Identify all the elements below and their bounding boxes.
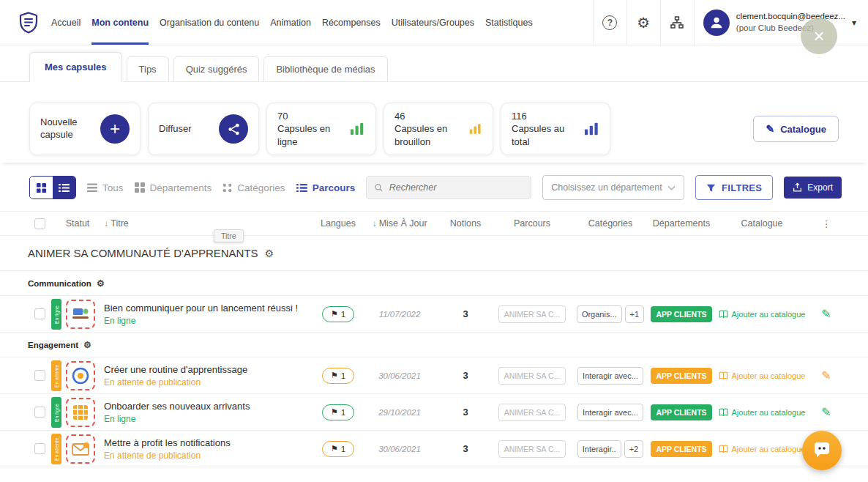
row-checkbox[interactable] — [34, 370, 45, 381]
filter-parcours-label: Parcours — [313, 182, 356, 193]
nav-item-mon-contenu[interactable]: Mon contenu — [91, 0, 149, 45]
nav-item-utilisateurs[interactable]: Utilisateurs/Groupes — [392, 0, 474, 45]
group-header-communication: Communication ⚙ — [0, 271, 868, 296]
col-departements[interactable]: Départements — [648, 218, 714, 229]
main-nav: Accueil Mon contenu Organisation du cont… — [51, 0, 533, 45]
capsule-thumbnail[interactable] — [66, 398, 95, 427]
parcours-chip[interactable]: ANIMER SA C... — [498, 404, 566, 421]
list-view-button[interactable] — [53, 177, 75, 199]
add-capsule-button[interactable]: + — [100, 114, 130, 144]
new-capsule-card[interactable]: Nouvelle capsule + — [29, 103, 141, 155]
stat-draft-count: 46 — [394, 111, 405, 122]
capsule-thumbnail[interactable] — [66, 361, 95, 390]
filter-departements-label: Départements — [150, 182, 212, 193]
export-button[interactable]: Export — [784, 177, 842, 199]
stat-total-text: 116 Capsules au total — [512, 110, 577, 149]
chat-fab-button[interactable] — [802, 431, 842, 470]
bar-chart-yellow-icon — [469, 122, 482, 136]
help-button[interactable]: ? — [593, 0, 626, 45]
beedeez-logo[interactable] — [19, 0, 38, 45]
category-more-chip[interactable]: +2 — [624, 440, 644, 458]
parcours-chip[interactable]: ANIMER SA C... — [498, 440, 566, 458]
capsule-thumbnail[interactable] — [66, 434, 95, 464]
edit-icon[interactable]: ✎ — [809, 405, 843, 419]
stat-online-count: 70 — [277, 111, 288, 122]
catalogue-button[interactable]: ✎ Catalogue — [753, 116, 839, 142]
group-header-engagement: Engagement ⚙ — [0, 333, 868, 357]
nav-item-organisation[interactable]: Organisation du contenu — [160, 0, 259, 45]
capsule-title[interactable]: Mettre à profit les notifications — [104, 437, 309, 448]
stat-draft-text: 46 Capsules en brouillon — [394, 110, 462, 149]
category-chip[interactable]: Organis... — [577, 305, 622, 323]
capsule-thumbnail[interactable] — [66, 300, 95, 329]
settings-button[interactable]: ⚙ — [626, 0, 660, 45]
search-input[interactable] — [389, 182, 523, 193]
user-menu[interactable]: clement.bocquin@beedeez... (pour Club Be… — [694, 0, 868, 45]
diffuser-card[interactable]: Diffuser — [148, 103, 259, 155]
col-statut[interactable]: Statut — [51, 218, 104, 229]
category-more-chip[interactable]: +1 — [625, 305, 645, 323]
department-badge: APP CLIENTS — [651, 306, 711, 322]
table-header: Statut ↓Titre Langues ↓Mise À Jour Notio… — [0, 211, 868, 236]
col-catalogue[interactable]: Catalogue — [714, 218, 809, 229]
col-titre[interactable]: ↓Titre — [104, 218, 316, 229]
group-gear-icon[interactable]: ⚙ — [83, 340, 91, 350]
tab-tips[interactable]: Tips — [127, 56, 169, 82]
col-langues[interactable]: Langues — [316, 218, 360, 229]
status-badge: En attente — [51, 360, 61, 391]
col-categories[interactable]: Catégories — [572, 218, 648, 229]
department-select[interactable]: Choisissez un département — [542, 175, 684, 200]
diffuser-label: Diffuser — [159, 123, 192, 136]
catalogue-button-label: Catalogue — [780, 124, 826, 135]
stat-online-label: Capsules en ligne — [277, 123, 330, 147]
nav-item-animation[interactable]: Animation — [270, 0, 311, 45]
capsule-title[interactable]: Bien communiquer pour un lancement réuss… — [104, 303, 309, 314]
select-all-checkbox[interactable] — [34, 218, 45, 229]
edit-icon[interactable]: ✎ — [809, 307, 843, 321]
col-parcours[interactable]: Parcours — [492, 218, 572, 229]
row-checkbox[interactable] — [34, 443, 45, 454]
thumbnail-illustration — [71, 305, 90, 324]
catalogue-link-label: Ajouter au catalogue — [732, 310, 806, 319]
tab-bibliotheque-medias[interactable]: Bibliothèque de médias — [263, 56, 387, 82]
capsule-title[interactable]: Créer une routine d'apprentissage — [104, 364, 309, 375]
row-checkbox[interactable] — [34, 407, 45, 418]
group-gear-icon[interactable]: ⚙ — [97, 278, 105, 289]
update-date: 30/06/2021 — [360, 445, 439, 453]
filtres-button[interactable]: FILTRES — [695, 175, 773, 200]
edit-icon[interactable]: ✎ — [809, 368, 843, 382]
category-chip[interactable]: Interagir.. — [577, 440, 621, 458]
capsule-title[interactable]: Onboarder ses nouveaux arrivants — [104, 401, 309, 412]
person-icon — [708, 15, 725, 31]
shield-logo-icon — [19, 12, 38, 34]
filter-tous[interactable]: Tous — [87, 182, 124, 193]
nav-item-statistiques[interactable]: Statistiques — [485, 0, 533, 45]
org-chart-button[interactable] — [660, 0, 694, 45]
parcours-chip[interactable]: ANIMER SA C... — [498, 367, 566, 385]
filter-categories[interactable]: Catégories — [222, 182, 285, 193]
add-to-catalogue-link[interactable]: Ajouter au catalogue — [714, 445, 809, 453]
section-gear-icon[interactable]: ⚙ — [265, 248, 274, 259]
more-options-icon[interactable]: ⋮ — [809, 218, 843, 229]
tab-quiz-suggeres[interactable]: Quiz suggérés — [173, 56, 260, 82]
category-chip[interactable]: Interagir avec... — [577, 367, 643, 385]
filter-parcours[interactable]: Parcours — [296, 182, 356, 193]
col-notions[interactable]: Notions — [439, 218, 492, 229]
add-to-catalogue-link[interactable]: Ajouter au catalogue — [714, 408, 809, 417]
close-overlay-button[interactable]: × — [801, 18, 837, 54]
add-to-catalogue-link[interactable]: Ajouter au catalogue — [714, 371, 809, 380]
stat-card-online: 70 Capsules en ligne — [266, 103, 376, 155]
nav-item-accueil[interactable]: Accueil — [51, 0, 81, 45]
nav-item-recompenses[interactable]: Récompenses — [322, 0, 381, 45]
filter-departements[interactable]: Départements — [135, 182, 212, 193]
add-to-catalogue-link[interactable]: Ajouter au catalogue — [714, 310, 809, 319]
action-cards-panel: Nouvelle capsule + Diffuser 70 Capsules … — [0, 82, 868, 163]
row-checkbox[interactable] — [34, 308, 45, 319]
parcours-chip[interactable]: ANIMER SA C... — [498, 305, 566, 323]
share-button[interactable] — [219, 114, 248, 144]
col-mise-a-jour[interactable]: ↓Mise À Jour — [360, 218, 439, 229]
category-chip[interactable]: Interagir avec... — [577, 404, 643, 421]
tab-mes-capsules[interactable]: Mes capsules — [29, 52, 122, 82]
update-date: 29/10/2021 — [360, 408, 439, 417]
grid-view-button[interactable] — [30, 177, 53, 199]
